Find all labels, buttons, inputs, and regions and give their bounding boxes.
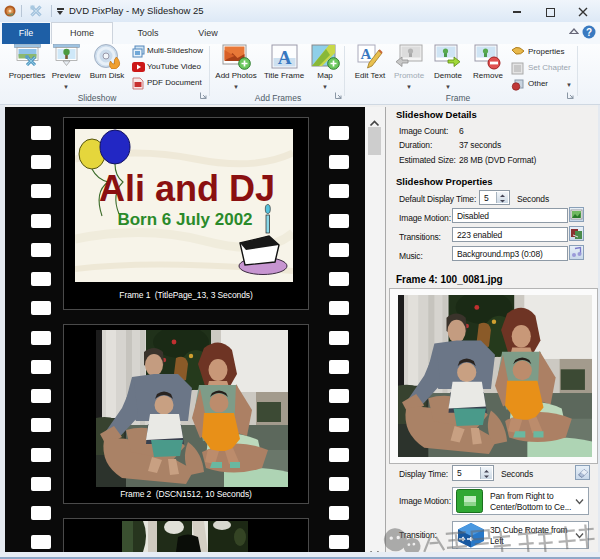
svg-text:?: ? [586, 27, 592, 38]
svg-text:Born 6 July 2002: Born 6 July 2002 [117, 210, 252, 229]
svg-text:A: A [360, 46, 371, 62]
svg-text:Ali and DJ: Ali and DJ [99, 168, 275, 209]
